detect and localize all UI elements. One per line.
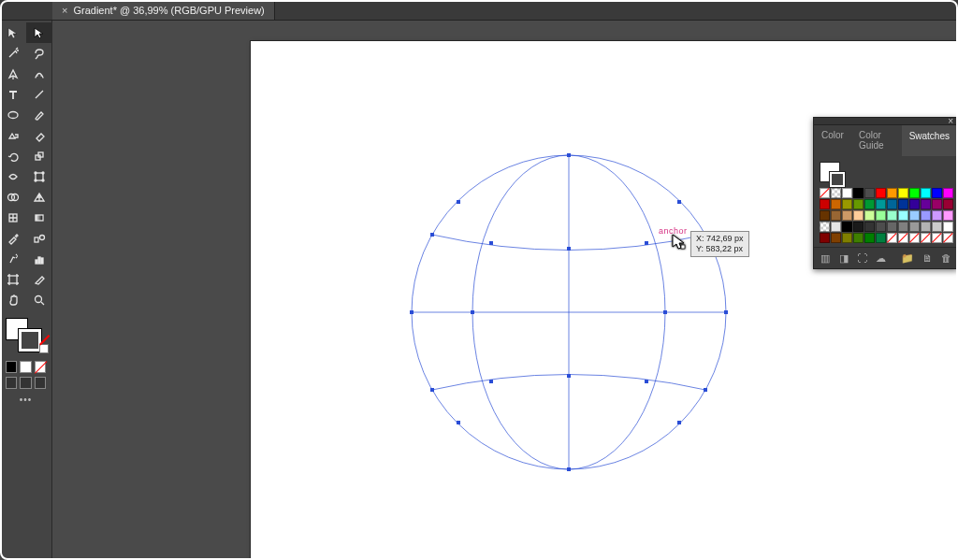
swatch[interactable] xyxy=(887,199,897,209)
lasso-tool[interactable] xyxy=(26,43,52,64)
swatch-kinds-icon[interactable]: ◨ xyxy=(838,251,849,265)
close-icon[interactable]: × xyxy=(62,5,67,16)
direct-selection-tool[interactable] xyxy=(26,22,52,43)
swatch[interactable] xyxy=(853,199,864,209)
free-transform-tool[interactable] xyxy=(26,166,52,187)
shaper-tool[interactable] xyxy=(0,125,26,146)
swatch[interactable] xyxy=(921,233,931,243)
artboard-tool[interactable] xyxy=(0,269,26,290)
swatch[interactable] xyxy=(943,233,953,243)
swatch-libraries-icon[interactable]: ▥ xyxy=(820,251,831,265)
slice-tool[interactable] xyxy=(26,269,52,290)
swatch[interactable] xyxy=(909,222,920,232)
swatch[interactable] xyxy=(820,210,830,221)
document-tab[interactable]: × Gradient* @ 36,99% (RGB/GPU Preview) xyxy=(52,0,275,20)
swatch[interactable] xyxy=(921,188,931,198)
swatch[interactable] xyxy=(932,233,942,243)
cloud-icon[interactable]: ☁ xyxy=(875,251,886,265)
swatch[interactable] xyxy=(943,199,953,209)
panel-close-icon[interactable]: × xyxy=(948,116,953,126)
rotate-tool[interactable] xyxy=(0,146,26,166)
swatch[interactable] xyxy=(887,210,897,221)
draw-normal[interactable] xyxy=(6,377,17,389)
swatch[interactable] xyxy=(876,222,886,232)
swatch[interactable] xyxy=(820,188,830,198)
paintbrush-tool[interactable] xyxy=(26,105,52,125)
swatch[interactable] xyxy=(853,210,864,221)
swatch[interactable] xyxy=(831,199,841,209)
swatch[interactable] xyxy=(831,188,841,198)
swatch[interactable] xyxy=(842,199,852,209)
swatch[interactable] xyxy=(932,222,942,232)
tab-color[interactable]: Color xyxy=(814,125,851,156)
swatch[interactable] xyxy=(932,199,942,209)
swatch[interactable] xyxy=(909,199,920,209)
swatch[interactable] xyxy=(887,222,897,232)
scale-tool[interactable] xyxy=(26,146,52,166)
swatch[interactable] xyxy=(898,199,908,209)
symbol-sprayer-tool[interactable] xyxy=(0,249,26,269)
swatch[interactable] xyxy=(831,210,841,221)
draw-inside[interactable] xyxy=(35,377,46,389)
swatch-options-icon[interactable]: ⛶ xyxy=(857,251,868,265)
active-fill-stroke-swatch[interactable] xyxy=(820,162,840,182)
magic-wand-tool[interactable] xyxy=(0,43,26,64)
tools-overflow-icon[interactable]: ••• xyxy=(0,391,51,412)
stroke-swatch[interactable] xyxy=(19,329,41,352)
ellipse-tool[interactable] xyxy=(0,105,26,125)
panel-drag-bar[interactable]: × xyxy=(814,118,957,125)
swatch[interactable] xyxy=(864,199,875,209)
canvas-stage[interactable]: anchor X: 742,69 px Y: 583,22 px xyxy=(52,21,958,560)
swatch[interactable] xyxy=(898,233,908,243)
column-graph-tool[interactable] xyxy=(26,249,52,269)
swatch[interactable] xyxy=(932,188,942,198)
new-swatch-icon[interactable]: 🗎 xyxy=(922,251,933,265)
swatch[interactable] xyxy=(864,210,875,221)
blend-tool[interactable] xyxy=(26,228,52,249)
swatch[interactable] xyxy=(842,233,852,243)
eyedropper-tool[interactable] xyxy=(0,228,26,249)
swatch[interactable] xyxy=(853,188,864,198)
swatch[interactable] xyxy=(943,210,953,221)
swatch[interactable] xyxy=(842,210,852,221)
swatch[interactable] xyxy=(909,188,920,198)
mesh-tool[interactable] xyxy=(0,208,26,228)
type-tool[interactable] xyxy=(0,84,26,105)
pen-tool[interactable] xyxy=(0,64,26,84)
tab-color-guide[interactable]: Color Guide xyxy=(851,125,902,156)
swatch[interactable] xyxy=(898,188,908,198)
swatch[interactable] xyxy=(831,233,841,243)
swatch[interactable] xyxy=(820,233,830,243)
swatch[interactable] xyxy=(876,233,886,243)
swatch[interactable] xyxy=(887,233,897,243)
color-mode-none[interactable] xyxy=(35,361,46,373)
line-segment-tool[interactable] xyxy=(26,84,52,105)
swatch[interactable] xyxy=(864,233,875,243)
swatch[interactable] xyxy=(932,210,942,221)
swatch[interactable] xyxy=(876,210,886,221)
swatch[interactable] xyxy=(898,210,908,221)
swatch[interactable] xyxy=(864,222,875,232)
color-mode-gradient[interactable] xyxy=(20,361,31,373)
swatch[interactable] xyxy=(909,210,920,221)
globe-artwork[interactable]: anchor X: 742,69 px Y: 583,22 px xyxy=(410,153,728,471)
curvature-tool[interactable] xyxy=(26,64,52,84)
swatch[interactable] xyxy=(921,222,931,232)
swatch[interactable] xyxy=(831,222,841,232)
swatch[interactable] xyxy=(820,199,830,209)
swatch[interactable] xyxy=(864,188,875,198)
swatch[interactable] xyxy=(943,222,953,232)
selection-tool[interactable] xyxy=(0,22,26,43)
draw-behind[interactable] xyxy=(20,377,31,389)
swatch[interactable] xyxy=(842,188,852,198)
swatch[interactable] xyxy=(876,199,886,209)
swatch[interactable] xyxy=(853,233,864,243)
hand-tool[interactable] xyxy=(0,290,26,310)
zoom-tool[interactable] xyxy=(26,290,52,310)
tab-swatches[interactable]: Swatches xyxy=(902,125,957,156)
delete-swatch-icon[interactable]: 🗑 xyxy=(940,251,951,265)
fill-stroke-control[interactable] xyxy=(4,316,49,353)
color-mode-color[interactable] xyxy=(6,361,17,373)
swatch[interactable] xyxy=(842,222,852,232)
swatch[interactable] xyxy=(921,210,931,221)
